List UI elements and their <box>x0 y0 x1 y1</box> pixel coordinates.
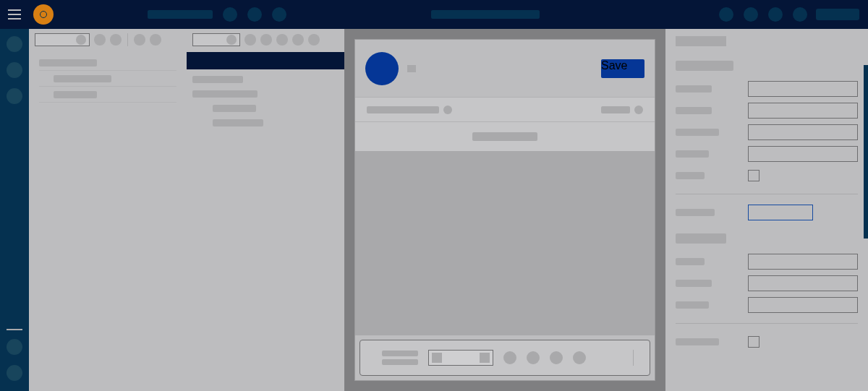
inspector-row <box>676 251 858 272</box>
rail-item-3[interactable] <box>7 88 22 104</box>
rail-item-2[interactable] <box>7 62 22 78</box>
header-action-2[interactable] <box>247 7 262 22</box>
footer-labels <box>382 351 418 365</box>
inspector-text-input[interactable] <box>748 254 858 270</box>
slider-handle-right[interactable] <box>480 353 490 363</box>
tab-count-badge <box>634 106 643 114</box>
inspector-text-input[interactable] <box>748 275 858 291</box>
inspector-text-input[interactable] <box>748 297 858 313</box>
tab-count-badge <box>443 106 452 114</box>
navigator-tool-3[interactable] <box>134 34 145 46</box>
inspector-row <box>676 143 858 165</box>
header-right-action-3[interactable] <box>768 7 783 22</box>
app-logo[interactable] <box>33 4 54 25</box>
form-card: Save <box>354 39 655 381</box>
inspector-text-input[interactable] <box>748 81 858 97</box>
outline-item[interactable] <box>187 87 344 101</box>
header-right-action-2[interactable] <box>744 7 758 22</box>
inspector-row <box>676 165 858 186</box>
left-rail <box>0 29 29 391</box>
inspector-text-input[interactable] <box>748 103 858 119</box>
navigator-item[interactable] <box>39 71 176 87</box>
inspector-text-input[interactable] <box>748 146 858 162</box>
header-right-action-1[interactable] <box>719 7 733 22</box>
outline-item[interactable] <box>187 101 344 116</box>
navigator-panel <box>29 29 187 391</box>
footer-action-1[interactable] <box>503 351 516 364</box>
inspector-checkbox[interactable] <box>748 336 760 348</box>
form-tab-2[interactable] <box>601 106 643 114</box>
page-title <box>431 10 540 19</box>
inspector-group-heading <box>676 233 726 244</box>
navigator-item[interactable] <box>39 55 176 71</box>
hamburger-menu-button[interactable] <box>0 0 29 29</box>
inspector-title <box>676 36 726 46</box>
inspector-row <box>676 272 858 294</box>
logo-glyph-icon <box>40 11 47 18</box>
outline-tool-3[interactable] <box>276 34 288 46</box>
inspector-row <box>676 202 858 223</box>
search-icon <box>226 35 237 45</box>
record-avatar[interactable] <box>365 52 399 85</box>
navigator-tool-2[interactable] <box>110 34 122 46</box>
outline-tool-2[interactable] <box>260 34 272 46</box>
inspector-row <box>676 331 858 353</box>
header-user-pill[interactable] <box>816 9 859 20</box>
outline-panel <box>187 29 344 391</box>
inspector-row <box>676 100 858 121</box>
navigator-item[interactable] <box>39 87 176 103</box>
navigator-tool-1[interactable] <box>94 34 106 46</box>
record-name-stub <box>407 65 416 72</box>
outline-tool-1[interactable] <box>244 34 256 46</box>
header-action-3[interactable] <box>272 7 286 22</box>
header-action-1[interactable] <box>223 7 237 22</box>
outline-tool-5[interactable] <box>308 34 320 46</box>
slider-handle-left[interactable] <box>432 353 442 363</box>
inspector-number-input[interactable] <box>748 205 813 220</box>
outline-search[interactable] <box>192 33 240 46</box>
footer-action-2[interactable] <box>527 351 540 364</box>
inspector-divider <box>676 194 858 194</box>
inspector-row <box>676 78 858 100</box>
inspector-divider <box>676 323 858 324</box>
form-footer <box>359 340 650 376</box>
footer-action-3[interactable] <box>550 351 563 364</box>
outline-item[interactable] <box>187 72 344 87</box>
form-tabs <box>355 98 655 122</box>
navigator-toolbar <box>29 29 187 51</box>
search-icon <box>76 35 86 45</box>
inspector-panel <box>665 29 868 391</box>
inspector-text-input[interactable] <box>748 124 858 140</box>
footer-separator <box>633 350 634 366</box>
footer-action-4[interactable] <box>573 351 586 364</box>
save-button[interactable]: Save <box>601 59 644 78</box>
breadcrumb[interactable] <box>148 10 213 19</box>
rail-divider <box>7 329 22 330</box>
rail-item-1[interactable] <box>7 36 22 52</box>
outline-toolbar <box>187 29 344 51</box>
inspector-row <box>676 294 858 316</box>
rail-bottom-item-1[interactable] <box>7 339 22 355</box>
form-tab-1[interactable] <box>367 106 452 114</box>
outline-tool-4[interactable] <box>292 34 304 46</box>
form-header: Save <box>355 40 655 98</box>
rail-bottom-item-2[interactable] <box>7 365 22 381</box>
inspector-checkbox[interactable] <box>748 170 760 181</box>
outline-item[interactable] <box>187 116 344 130</box>
app-header <box>0 0 868 29</box>
inspector-row <box>676 121 858 143</box>
header-right-action-4[interactable] <box>793 7 807 22</box>
navigator-list <box>29 51 187 107</box>
inspector-group-heading <box>676 61 733 71</box>
hamburger-icon <box>8 9 21 20</box>
navigator-search[interactable] <box>35 33 90 46</box>
form-section-header[interactable] <box>355 122 655 151</box>
toolbar-separator <box>127 33 128 46</box>
outline-selected-item[interactable] <box>187 52 344 69</box>
editor-area: Save <box>344 29 665 391</box>
inspector-scrollbar[interactable] <box>864 65 868 239</box>
footer-slider[interactable] <box>428 350 493 366</box>
navigator-tool-4[interactable] <box>150 34 161 46</box>
form-body[interactable] <box>355 151 655 335</box>
